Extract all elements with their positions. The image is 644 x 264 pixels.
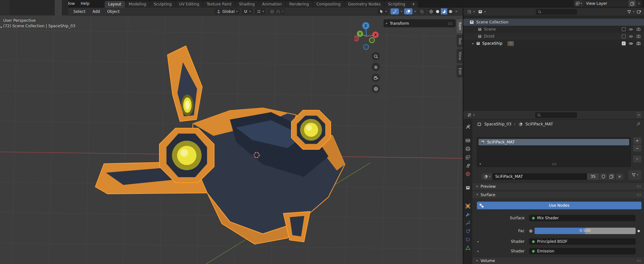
outliner-row-scene-collection[interactable]: Scene Collection [463, 19, 644, 26]
properties-editor-type-selector[interactable]: ▾ [466, 112, 476, 118]
expand-icon[interactable]: ▸ [478, 240, 479, 243]
slot-specials-dropdown[interactable]: ▾ [633, 156, 641, 162]
tab-particles[interactable] [464, 219, 472, 226]
new-material-copy-button[interactable] [608, 173, 615, 180]
shading-wireframe-button[interactable] [428, 8, 434, 14]
new-view-layer-button[interactable] [629, 0, 636, 7]
surface-section-header[interactable]: ▾ Surface [472, 191, 644, 198]
outliner-row-droid[interactable]: Droid ✓ [463, 33, 644, 40]
preview-section-header[interactable]: ▸ Preview [472, 183, 644, 190]
tab-object-data[interactable] [464, 244, 472, 251]
workspace-tab-shading[interactable]: Shading [235, 1, 258, 8]
snap-toggle[interactable]: ▾ [242, 8, 253, 14]
camera-view-button[interactable] [372, 74, 380, 82]
eye-icon[interactable] [629, 27, 633, 32]
breadcrumb-object[interactable]: SpaceShip_03 [484, 122, 511, 126]
orientation-selector[interactable]: Global▾ [214, 8, 240, 14]
material-slot-list[interactable]: SciFiPack_MAT ▸ [477, 137, 631, 167]
shading-rendered-button[interactable] [447, 8, 454, 14]
properties-search-input[interactable] [535, 112, 577, 118]
outliner-display-mode-selector[interactable]: ▾ [477, 9, 487, 15]
material-filter-dropdown[interactable]: ▾ [629, 170, 641, 180]
workspace-tab-rendering[interactable]: Rendering [286, 1, 312, 8]
outliner-editor-type-selector[interactable]: ▾ [466, 9, 476, 15]
exclude-checkbox[interactable]: ✓ [622, 27, 626, 31]
view-layer-icon[interactable]: ▾ [574, 0, 583, 7]
view-layer-selector[interactable]: ▾ View Layer × [574, 0, 642, 7]
tab-scene[interactable] [464, 162, 472, 169]
gizmo-neg-x-axis[interactable] [354, 36, 359, 41]
shading-dropdown[interactable]: ▾ [456, 10, 457, 13]
tab-collection[interactable] [464, 184, 472, 191]
tab-object[interactable] [464, 203, 472, 209]
orthographic-toggle-button[interactable] [372, 85, 380, 93]
fake-user-shield-button[interactable] [600, 173, 607, 180]
material-users-count[interactable]: 35 [587, 173, 599, 180]
zoom-button[interactable] [372, 52, 380, 60]
object-type-visibility-selector[interactable]: ▾ [377, 8, 389, 14]
outliner-search-input[interactable] [536, 9, 577, 15]
workspace-tab-sculpting[interactable]: Sculpting [150, 1, 175, 8]
list-resize-grip[interactable] [552, 163, 557, 165]
eye-icon[interactable] [629, 41, 633, 46]
gizmo-neg-y-axis[interactable] [369, 38, 374, 43]
workspace-tab-animation[interactable]: Animation [259, 1, 285, 8]
pin-icon[interactable] [636, 122, 641, 127]
workspace-tab-compositing[interactable]: Compositing [313, 1, 344, 8]
camera-render-icon[interactable] [636, 27, 641, 32]
delete-view-layer-button[interactable]: × [636, 1, 642, 6]
tab-output[interactable] [464, 145, 472, 152]
exclude-checkbox[interactable]: ✓ [622, 41, 626, 45]
toolbar-expand-chevron[interactable]: ▸ [1, 25, 2, 29]
pan-hand-button[interactable] [372, 63, 380, 71]
sidebar-tab-item[interactable]: Item [457, 19, 463, 33]
outliner-filter-button[interactable]: ▾ [626, 9, 635, 15]
shader2-field[interactable]: Emission [529, 248, 636, 254]
workspace-tab-geometry-nodes[interactable]: Geometry Nodes [345, 1, 384, 8]
expand-arrow-icon[interactable]: ▸ [472, 42, 474, 45]
menu-help[interactable]: Help [78, 1, 92, 6]
proportional-editing-toggle[interactable]: ▾ [268, 8, 285, 14]
sidebar-tab-view[interactable]: View [457, 49, 463, 63]
tab-physics[interactable] [464, 228, 472, 234]
panel-grip-icon[interactable] [637, 194, 641, 196]
keyframe-dot[interactable] [638, 230, 640, 232]
properties-options-dropdown[interactable]: ▾ [636, 112, 641, 118]
3d-viewport[interactable]: User Perspective (72) Scene Collection |… [0, 15, 463, 264]
transform-panel-header[interactable]: ▸ Transform [384, 19, 456, 27]
panel-grip-icon[interactable] [637, 259, 641, 262]
camera-render-icon[interactable] [636, 34, 641, 39]
show-overlays-toggle[interactable] [404, 8, 412, 14]
workspace-tab-scripting[interactable]: Scripting [384, 1, 409, 8]
material-browse-dropdown[interactable]: ▾ [481, 173, 492, 180]
view-layer-name[interactable]: View Layer [583, 1, 629, 6]
workspace-tab-layout[interactable]: Layout [105, 1, 125, 8]
eye-icon[interactable] [629, 34, 633, 39]
shading-material-preview-button[interactable] [441, 8, 447, 14]
xray-toggle[interactable] [418, 8, 426, 14]
exclude-checkbox[interactable]: ✓ [622, 34, 626, 38]
gizmo-dropdown[interactable]: ▾ [401, 10, 402, 13]
panel-grip-icon[interactable] [448, 22, 453, 25]
material-name-field[interactable]: SciFiPack_MAT [493, 173, 587, 180]
tab-view-layer[interactable] [464, 154, 472, 160]
outliner-row-scene[interactable]: Scene ✓ [463, 26, 644, 33]
workspace-tab-uv-editing[interactable]: UV Editing [175, 1, 203, 8]
panel-grip-icon[interactable] [637, 185, 641, 187]
tab-tool[interactable] [464, 123, 472, 130]
add-workspace-button[interactable]: + [409, 1, 418, 8]
outliner-row-spaceship[interactable]: ▸ SpaceShip ▽ ✓ [463, 40, 644, 47]
shading-solid-button[interactable] [434, 8, 441, 14]
use-nodes-button[interactable]: Use Nodes [477, 202, 641, 209]
shader1-field[interactable]: Principled BSDF [529, 238, 636, 245]
camera-render-icon[interactable] [636, 41, 641, 46]
tab-constraints[interactable] [464, 236, 472, 243]
viewport-scene[interactable] [0, 15, 463, 264]
overlays-dropdown[interactable]: ▾ [414, 10, 416, 13]
tab-world[interactable] [464, 170, 472, 177]
menu-add[interactable]: Add [90, 9, 102, 14]
sidebar-tab-edit[interactable]: Edit [457, 65, 463, 77]
gizmo-neg-z-axis[interactable] [364, 44, 369, 50]
sidebar-tab-tool[interactable]: Tool [457, 35, 463, 47]
surface-shader-field[interactable]: Mix Shader [529, 215, 636, 221]
